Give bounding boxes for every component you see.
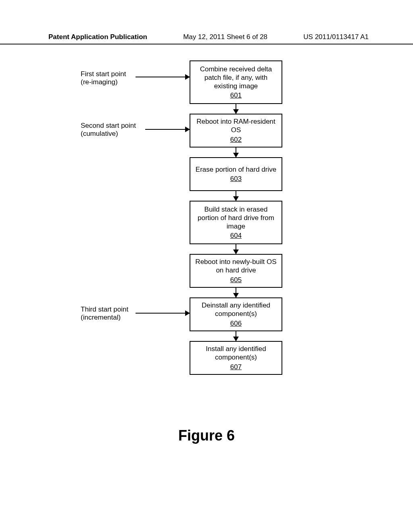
box-602: Reboot into RAM-resident OS 602 bbox=[190, 114, 282, 148]
box-601-text: Combine received delta patch file, if an… bbox=[194, 65, 278, 91]
box-602-text: Reboot into RAM-resident OS bbox=[194, 117, 278, 135]
header-rule-2 bbox=[0, 44, 413, 45]
box-604: Build stack in erased portion of hard dr… bbox=[190, 201, 282, 244]
arrow-604-605 bbox=[236, 244, 236, 254]
label-first-line2: (re-imaging) bbox=[81, 78, 126, 86]
header-rule bbox=[0, 44, 413, 44]
arrow-third-to-606 bbox=[136, 313, 190, 314]
header-left: Patent Application Publication bbox=[48, 33, 147, 41]
box-603-text: Erase portion of hard drive bbox=[194, 165, 278, 174]
label-second-line2: (cumulative) bbox=[81, 130, 136, 138]
box-601: Combine received delta patch file, if an… bbox=[190, 60, 282, 104]
box-601-num: 601 bbox=[194, 91, 278, 100]
box-603-num: 603 bbox=[194, 175, 278, 183]
arrow-second-to-602 bbox=[145, 129, 190, 130]
arrow-605-606 bbox=[236, 288, 236, 297]
arrow-601-602 bbox=[236, 104, 236, 114]
box-603: Erase portion of hard drive 603 bbox=[190, 157, 282, 191]
box-607-num: 607 bbox=[194, 363, 278, 371]
box-607-text: Install any identified component(s) bbox=[194, 345, 278, 362]
header-right: US 2011/0113417 A1 bbox=[303, 33, 369, 41]
label-third-line1: Third start point bbox=[81, 305, 128, 314]
label-first-line1: First start point bbox=[81, 70, 126, 78]
figure-title: Figure 6 bbox=[0, 427, 413, 444]
box-606-text: Deinstall any identified component(s) bbox=[194, 301, 278, 318]
box-605-num: 605 bbox=[194, 276, 278, 284]
arrow-603-604 bbox=[236, 191, 236, 201]
page-header: Patent Application Publication May 12, 2… bbox=[0, 33, 413, 41]
arrow-606-607 bbox=[236, 331, 236, 341]
box-604-num: 604 bbox=[194, 231, 278, 240]
label-first: First start point (re-imaging) bbox=[81, 70, 126, 86]
label-third: Third start point (incremental) bbox=[81, 305, 128, 322]
box-606-num: 606 bbox=[194, 319, 278, 328]
box-602-num: 602 bbox=[194, 135, 278, 144]
box-606: Deinstall any identified component(s) 60… bbox=[190, 297, 282, 331]
header-mid: May 12, 2011 Sheet 6 of 28 bbox=[183, 33, 267, 41]
box-605: Reboot into newly-built OS on hard drive… bbox=[190, 254, 282, 288]
box-604-text: Build stack in erased portion of hard dr… bbox=[194, 205, 278, 231]
box-607: Install any identified component(s) 607 bbox=[190, 341, 282, 375]
box-605-text: Reboot into newly-built OS on hard drive bbox=[194, 258, 278, 275]
label-second-line1: Second start point bbox=[81, 122, 136, 130]
arrow-602-603 bbox=[236, 148, 236, 157]
label-third-line2: (incremental) bbox=[81, 314, 128, 322]
label-second: Second start point (cumulative) bbox=[81, 122, 136, 138]
arrow-first-to-601 bbox=[136, 77, 190, 77]
